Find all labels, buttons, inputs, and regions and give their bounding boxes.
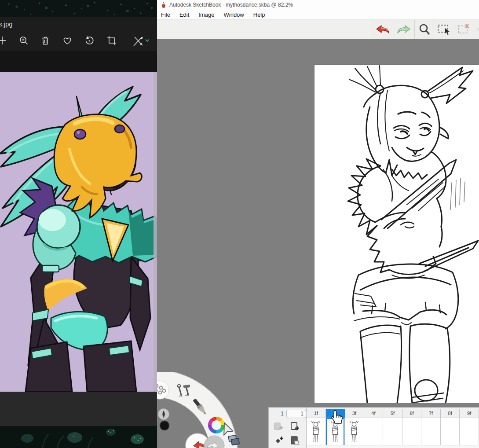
current-frame-label: 1: [269, 411, 284, 417]
frame-column-7f[interactable]: 7f: [421, 408, 441, 446]
sketch-drawing: [314, 65, 479, 403]
rotate-icon[interactable]: [84, 36, 94, 45]
undo-arrow-icon[interactable]: [372, 20, 393, 39]
sketchbook-menubar: File Edit Image Window Help: [157, 10, 479, 20]
frame-header-5f[interactable]: 5f: [383, 409, 402, 418]
flipbook-timeline: 1 1: [268, 407, 479, 448]
menu-window[interactable]: Window: [224, 11, 244, 18]
frame-column-8f[interactable]: 8f: [441, 408, 460, 446]
frame-header-3f[interactable]: 3f: [345, 409, 364, 418]
color-swatch-black[interactable]: [160, 421, 169, 430]
photos-scroll-edge[interactable]: [154, 72, 157, 392]
deselect-marquee-icon[interactable]: [454, 20, 474, 39]
copy-frame-button[interactable]: [289, 435, 301, 447]
redo-arrow-icon[interactable]: [393, 20, 414, 39]
menu-help[interactable]: Help: [253, 11, 265, 18]
menu-image[interactable]: Image: [198, 11, 214, 18]
hand-cursor: [330, 410, 344, 425]
add-frames-button[interactable]: [272, 435, 285, 447]
frame-column-5f[interactable]: 5f: [383, 408, 402, 446]
flipbook-controls: 1 1: [269, 408, 307, 448]
edit-create-icon[interactable]: [133, 36, 144, 46]
frame-header-9f[interactable]: 9f: [460, 409, 479, 418]
brush-puck[interactable]: [158, 409, 169, 420]
favorite-icon[interactable]: [62, 36, 72, 45]
sketchbook-app-icon: [161, 1, 167, 8]
photos-window: s.jpg: [0, 0, 157, 448]
motion-lines: [450, 178, 465, 210]
frame-cell-8f[interactable]: [441, 418, 460, 446]
ellipse-select-icon[interactable]: [474, 20, 479, 39]
photos-window-title: s.jpg: [0, 20, 13, 28]
frame-cell-4f[interactable]: [364, 418, 384, 446]
frame-column-1f[interactable]: 1f: [307, 408, 326, 446]
frame-cell-1f[interactable]: [307, 418, 326, 446]
photos-background: [0, 51, 157, 72]
add-icon[interactable]: [0, 36, 7, 45]
photo-strip-top[interactable]: [0, 0, 157, 17]
frame-header-6f[interactable]: 6f: [402, 409, 422, 418]
delete-icon[interactable]: [40, 36, 50, 45]
zoom-in-icon[interactable]: [19, 36, 29, 45]
frame-header-4f[interactable]: 4f: [364, 409, 384, 418]
frame-cell-3f[interactable]: [345, 418, 364, 446]
sketchbook-titlebar: Autodesk SketchBook - mythosdance.skba @…: [157, 0, 479, 10]
lagoon-wheel[interactable]: [150, 372, 253, 448]
zoom-magnifier-icon[interactable]: [415, 20, 434, 39]
timeline-scrollbar[interactable]: [307, 445, 479, 448]
frame-column-9f[interactable]: 9f: [460, 408, 479, 446]
sketchbook-toolbar: [157, 20, 479, 39]
frame-cell-7f[interactable]: [421, 418, 441, 446]
frame-cell-6f[interactable]: [402, 418, 422, 446]
crop-icon[interactable]: [107, 36, 117, 45]
frame-column-6f[interactable]: 6f: [402, 408, 422, 446]
frame-column-3f[interactable]: 3f: [345, 408, 364, 446]
frame-field[interactable]: 1: [286, 410, 306, 418]
duplicate-frame-button[interactable]: [272, 421, 285, 433]
menu-file[interactable]: File: [161, 11, 170, 18]
photo-main-image[interactable]: [0, 72, 157, 392]
photos-titlebar: s.jpg: [0, 17, 157, 31]
frame-header-8f[interactable]: 8f: [441, 409, 460, 418]
photos-toolbar: [0, 31, 157, 51]
frame-cell-9f[interactable]: [460, 418, 479, 446]
edit-create-dropdown-icon[interactable]: [145, 38, 150, 43]
menu-edit[interactable]: Edit: [179, 11, 189, 18]
frame-header-1f[interactable]: 1f: [307, 409, 326, 418]
sketchbook-window-title: Autodesk SketchBook - mythosdance.skba @…: [169, 2, 293, 8]
add-frame-button[interactable]: [289, 421, 301, 433]
photo-strip-bottom[interactable]: [0, 426, 157, 448]
photos-letterbox: [0, 392, 157, 426]
frame-cell-5f[interactable]: [383, 418, 402, 446]
frame-column-4f[interactable]: 4f: [364, 408, 384, 446]
frame-header-7f[interactable]: 7f: [421, 409, 441, 418]
screen: Autodesk SketchBook - mythosdance.skba @…: [0, 0, 479, 448]
select-marquee-icon[interactable]: [434, 20, 454, 39]
drawing-canvas[interactable]: [314, 64, 479, 403]
